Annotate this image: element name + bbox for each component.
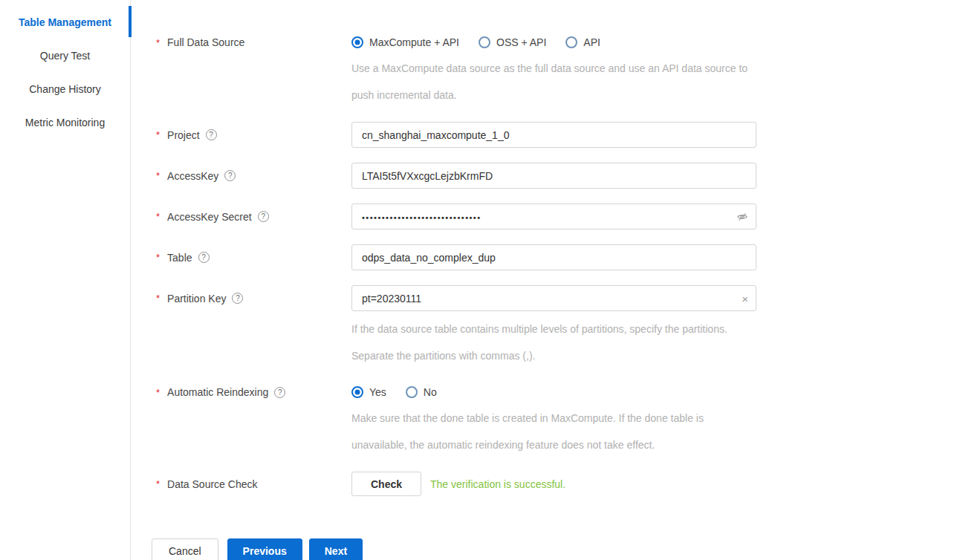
table-input[interactable] [351,244,756,270]
clear-input-icon[interactable]: × [742,293,748,304]
required-asterisk: * [156,387,160,398]
help-icon[interactable]: ? [258,211,269,222]
required-asterisk: * [156,37,160,48]
radio-icon[interactable] [351,36,363,48]
project-input[interactable] [351,122,756,148]
table-label: * Table ? [132,244,351,270]
sidebar-item-change-history[interactable]: Change History [0,73,130,106]
required-asterisk: * [156,211,160,222]
field-table: * Table ? [132,244,966,270]
radio-icon[interactable] [565,36,577,48]
accesskey-secret-input[interactable] [351,204,756,229]
sidebar-item-metric-monitoring[interactable]: Metric Monitoring [0,106,130,140]
radio-option-api[interactable]: API [565,36,600,48]
radio-option-oss-api[interactable]: OSS + API [479,36,546,48]
automatic-reindexing-radio-group: Yes No [351,384,762,400]
radio-option-yes[interactable]: Yes [351,386,386,398]
data-source-check-label: * Data Source Check [132,472,351,496]
accesskey-label: * AccessKey ? [132,163,351,189]
help-icon[interactable]: ? [198,252,210,263]
help-icon[interactable]: ? [224,170,236,181]
sidebar-nav: Table Management Query Test Change Histo… [0,0,130,140]
partition-key-input[interactable] [351,285,756,311]
project-label: * Project ? [132,122,351,148]
radio-icon[interactable] [351,386,363,398]
full-data-source-help: Use a MaxCompute data source as the full… [351,55,762,108]
radio-option-maxcompute-api[interactable]: MaxCompute + API [351,36,459,48]
cancel-button[interactable]: Cancel [152,538,218,560]
field-automatic-reindexing: * Automatic Reindexing ? Yes No Make sur… [132,384,966,458]
sidebar-item-query-test[interactable]: Query Test [0,39,130,73]
field-partition-key: * Partition Key ? × If the data source t… [132,285,966,369]
form-footer: Cancel Previous Next [132,538,966,560]
help-icon[interactable]: ? [232,293,243,304]
form-panel: * Full Data Source MaxCompute + API OSS … [132,0,966,560]
sidebar: Table Management Query Test Change Histo… [0,0,131,560]
field-accesskey: * AccessKey ? [132,163,966,189]
required-asterisk: * [156,170,160,181]
verification-success-message: The verification is successful. [430,478,565,490]
radio-icon[interactable] [479,36,490,48]
check-button[interactable]: Check [351,472,421,496]
accesskey-secret-label: * AccessKey Secret ? [132,204,351,229]
field-project: * Project ? [132,122,966,148]
eye-slash-icon[interactable] [736,211,748,223]
radio-icon[interactable] [406,386,418,398]
partition-key-label: * Partition Key ? [132,285,351,311]
full-data-source-radio-group: MaxCompute + API OSS + API API [351,34,762,51]
next-button[interactable]: Next [309,538,363,560]
accesskey-input[interactable] [351,163,756,189]
required-asterisk: * [156,252,160,263]
field-data-source-check: * Data Source Check Check The verificati… [132,472,966,496]
required-asterisk: * [156,129,160,140]
field-full-data-source: * Full Data Source MaxCompute + API OSS … [132,34,966,108]
automatic-reindexing-help: Make sure that the done table is created… [351,405,762,458]
sidebar-active-indicator [129,6,132,37]
help-icon[interactable]: ? [206,129,217,140]
full-data-source-label: * Full Data Source [132,34,351,51]
field-accesskey-secret: * AccessKey Secret ? [132,204,966,229]
automatic-reindexing-label: * Automatic Reindexing ? [132,384,351,400]
required-asterisk: * [156,478,160,489]
radio-option-no[interactable]: No [406,386,437,398]
sidebar-item-table-management[interactable]: Table Management [0,6,130,39]
help-icon[interactable]: ? [274,387,285,398]
partition-key-help: If the data source table contains multip… [351,316,762,369]
previous-button[interactable]: Previous [227,538,302,560]
required-asterisk: * [156,293,160,304]
